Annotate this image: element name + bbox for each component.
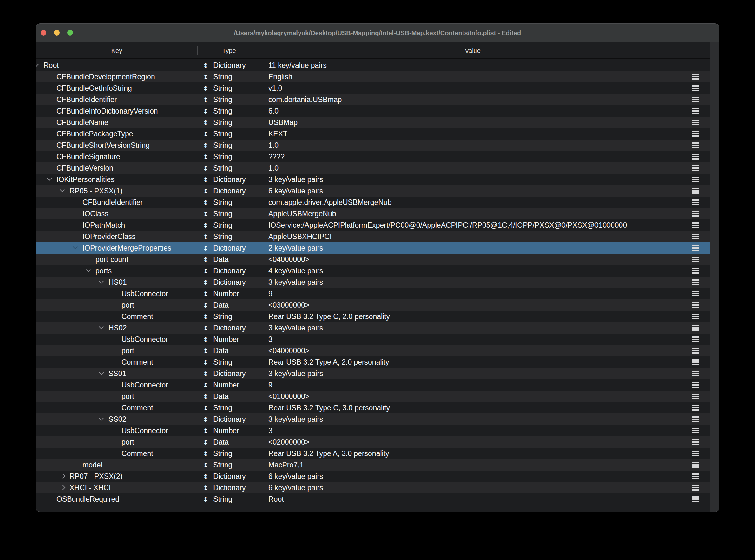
table-row[interactable]: CFBundlePackageType ↕ String KEXT xyxy=(36,128,710,140)
column-header-type[interactable]: Type xyxy=(222,42,236,59)
row-value[interactable]: Rear USB 3.2 Type C, 2.0 personality xyxy=(269,311,390,322)
row-menu-icon[interactable] xyxy=(692,85,698,91)
row-type-cell[interactable]: ↕ String xyxy=(203,71,232,82)
disclosure-triangle-icon[interactable] xyxy=(99,279,104,284)
row-menu-icon[interactable] xyxy=(692,268,698,274)
row-menu-icon[interactable] xyxy=(692,291,698,297)
row-type-cell[interactable]: ↕ Dictionary xyxy=(203,60,245,71)
row-value[interactable]: MacPro7,1 xyxy=(269,459,303,471)
scrollbar-track[interactable] xyxy=(710,42,719,512)
table-row[interactable]: Root ↕ Dictionary 11 key/value pairs xyxy=(36,60,710,71)
row-type-cell[interactable]: ↕ String xyxy=(203,151,232,162)
row-type-cell[interactable]: ↕ Number xyxy=(203,379,239,391)
disclosure-triangle-icon[interactable] xyxy=(61,485,66,490)
row-value[interactable]: AppleUSBXHCIPCI xyxy=(269,231,332,242)
row-type-cell[interactable]: ↕ Number xyxy=(203,334,239,345)
row-menu-icon[interactable] xyxy=(692,485,698,491)
row-value[interactable]: com.dortania.USBmap xyxy=(269,94,342,105)
row-value[interactable]: 4 key/value pairs xyxy=(269,265,323,277)
row-menu-icon[interactable] xyxy=(692,108,698,114)
row-menu-icon[interactable] xyxy=(692,428,698,434)
table-row[interactable]: Comment ↕ String Rear USB 3.2 Type C, 2.… xyxy=(36,311,710,322)
table-row[interactable]: model ↕ String MacPro7,1 xyxy=(36,459,710,471)
row-menu-icon[interactable] xyxy=(692,337,698,342)
row-type-cell[interactable]: ↕ Number xyxy=(203,425,239,436)
table-row[interactable]: OSBundleRequired ↕ String Root xyxy=(36,494,710,505)
row-type-cell[interactable]: ↕ String xyxy=(203,356,232,368)
row-value[interactable]: 6 key/value pairs xyxy=(269,185,323,197)
column-separator[interactable] xyxy=(684,46,685,56)
row-type-cell[interactable]: ↕ String xyxy=(203,94,232,105)
row-menu-icon[interactable] xyxy=(692,165,698,171)
row-menu-icon[interactable] xyxy=(692,496,698,502)
row-menu-icon[interactable] xyxy=(692,279,698,285)
table-row[interactable]: RP07 - PXSX(2) ↕ Dictionary 6 key/value … xyxy=(36,471,710,482)
row-type-cell[interactable]: ↕ String xyxy=(203,219,232,231)
row-menu-icon[interactable] xyxy=(692,131,698,137)
row-value[interactable]: 3 key/value pairs xyxy=(269,368,323,379)
row-value[interactable]: IOService:/AppleACPIPlatformExpert/PC00@… xyxy=(269,219,627,231)
table-row[interactable]: IOClass ↕ String AppleUSBMergeNub xyxy=(36,208,710,219)
row-value[interactable]: 1.0 xyxy=(269,162,279,174)
row-value[interactable]: 9 xyxy=(269,379,273,391)
row-value[interactable]: 3 key/value pairs xyxy=(269,174,323,185)
row-menu-icon[interactable] xyxy=(692,234,698,239)
row-type-cell[interactable]: ↕ Data xyxy=(203,391,229,402)
row-value[interactable]: Rear USB 3.2 Type A, 2.0 personality xyxy=(269,356,389,368)
row-menu-icon[interactable] xyxy=(692,245,698,251)
row-value[interactable]: 6 key/value pairs xyxy=(269,471,323,482)
table-row[interactable]: CFBundleGetInfoString ↕ String v1.0 xyxy=(36,82,710,94)
row-value[interactable]: USBMap xyxy=(269,117,298,128)
table-row[interactable]: CFBundleInfoDictionaryVersion ↕ String 6… xyxy=(36,105,710,117)
row-menu-icon[interactable] xyxy=(692,348,698,354)
table-row[interactable]: CFBundleSignature ↕ String ???? xyxy=(36,151,710,162)
row-menu-icon[interactable] xyxy=(692,416,698,422)
row-type-cell[interactable]: ↕ Data xyxy=(203,345,229,356)
table-row[interactable]: Comment ↕ String Rear USB 3.2 Type A, 3.… xyxy=(36,448,710,459)
row-type-cell[interactable]: ↕ Dictionary xyxy=(203,414,245,425)
row-type-cell[interactable]: ↕ Dictionary xyxy=(203,322,245,334)
row-value[interactable]: Rear USB 3.2 Type C, 3.0 personality xyxy=(269,402,390,414)
disclosure-triangle-icon[interactable] xyxy=(99,370,104,375)
row-value[interactable]: 3 xyxy=(269,334,273,345)
row-value[interactable]: 6 key/value pairs xyxy=(269,482,323,494)
row-type-cell[interactable]: ↕ Dictionary xyxy=(203,471,245,482)
table-row[interactable]: HS02 ↕ Dictionary 3 key/value pairs xyxy=(36,322,710,334)
row-type-cell[interactable]: ↕ Number xyxy=(203,288,239,299)
row-menu-icon[interactable] xyxy=(692,74,698,80)
row-value[interactable]: 3 xyxy=(269,425,273,436)
window-titlebar[interactable]: /Users/mykolagrymalyuk/Desktop/USB-Mappi… xyxy=(36,24,719,42)
row-value[interactable]: English xyxy=(269,71,292,82)
row-menu-icon[interactable] xyxy=(692,405,698,411)
table-row[interactable]: port ↕ Data <03000000> xyxy=(36,299,710,311)
table-row[interactable]: CFBundleShortVersionString ↕ String 1.0 xyxy=(36,140,710,151)
row-type-cell[interactable]: ↕ Data xyxy=(203,254,229,265)
row-type-cell[interactable]: ↕ Dictionary xyxy=(203,185,245,197)
row-type-cell[interactable]: ↕ String xyxy=(203,128,232,140)
row-menu-icon[interactable] xyxy=(692,257,698,262)
table-row[interactable]: IOProviderMergeProperties ↕ Dictionary 2… xyxy=(36,242,710,254)
row-type-cell[interactable]: ↕ Dictionary xyxy=(203,368,245,379)
row-type-cell[interactable]: ↕ String xyxy=(203,459,232,471)
row-menu-icon[interactable] xyxy=(692,302,698,308)
disclosure-triangle-icon[interactable] xyxy=(86,267,91,273)
row-value[interactable]: <03000000> xyxy=(269,299,309,311)
disclosure-triangle-icon[interactable] xyxy=(47,176,52,181)
row-type-cell[interactable]: ↕ String xyxy=(203,117,232,128)
row-menu-icon[interactable] xyxy=(692,314,698,319)
row-menu-icon[interactable] xyxy=(692,359,698,365)
row-value[interactable]: AppleUSBMergeNub xyxy=(269,208,336,219)
disclosure-triangle-icon[interactable] xyxy=(99,324,104,329)
row-value[interactable]: <04000000> xyxy=(269,254,309,265)
table-row[interactable]: CFBundleVersion ↕ String 1.0 xyxy=(36,162,710,174)
row-menu-icon[interactable] xyxy=(692,474,698,479)
table-row[interactable]: CFBundleDevelopmentRegion ↕ String Engli… xyxy=(36,71,710,82)
table-row[interactable]: RP05 - PXSX(1) ↕ Dictionary 6 key/value … xyxy=(36,185,710,197)
row-value[interactable]: 9 xyxy=(269,288,273,299)
row-value[interactable]: 11 key/value pairs xyxy=(269,60,327,71)
row-value[interactable]: 1.0 xyxy=(269,140,279,151)
row-value[interactable]: v1.0 xyxy=(269,82,282,94)
row-menu-icon[interactable] xyxy=(692,154,698,160)
row-value[interactable]: Root xyxy=(269,494,284,505)
table-row[interactable]: XHCI - XHCI ↕ Dictionary 6 key/value pai… xyxy=(36,482,710,494)
